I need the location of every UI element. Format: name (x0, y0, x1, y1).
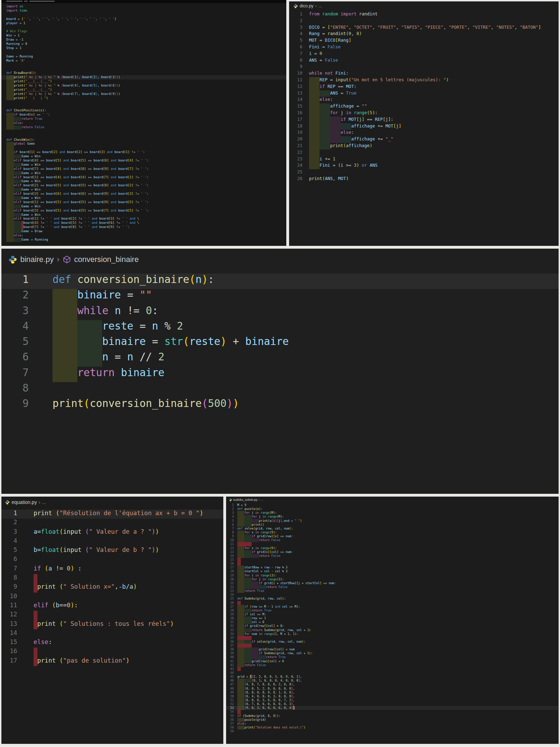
line-number[interactable]: 26 (289, 176, 302, 182)
line-number[interactable]: 41 (226, 659, 234, 663)
line-number[interactable]: 17 (226, 566, 234, 569)
code-line[interactable]: print("___|___|___") (1, 88, 286, 92)
code-line[interactable]: 37 (226, 644, 559, 648)
breadcrumb-file[interactable]: binaire.py (20, 255, 54, 264)
code-line[interactable]: 29 if col == M: (226, 613, 559, 616)
line-number[interactable]: 23 (289, 156, 302, 163)
code-line[interactable]: Game = Win (1, 163, 286, 167)
line-number[interactable]: 16 (1, 648, 17, 657)
code-line[interactable]: 36 if solve(grid, row, col, num): (226, 640, 559, 644)
code-line[interactable]: 2 binaire = "" (1, 289, 559, 304)
line-number[interactable]: 5 (289, 37, 302, 44)
code-line[interactable]: 12 for x in range(9): (226, 546, 559, 550)
code-line[interactable]: 5b=float(input (" Valeur de b ? ")) (1, 546, 223, 555)
code-line[interactable]: else: (1, 234, 286, 238)
line-number[interactable]: 8 (289, 57, 302, 64)
code-line[interactable]: return False (1, 125, 286, 130)
breadcrumb-file[interactable]: equation.py (12, 499, 37, 505)
line-number[interactable]: 19 (289, 130, 302, 136)
code-line[interactable] (1, 50, 286, 55)
line-number[interactable]: 22 (226, 585, 234, 589)
code-line[interactable]: 49 [0, 0, 0, 0, 9, 8, 1, 0, 0], (226, 691, 559, 694)
breadcrumb-file[interactable]: sudoku_solver.py (233, 498, 258, 502)
breadcrumb-ellipsis[interactable]: ... (318, 4, 322, 8)
code-line[interactable]: 52 [0, 7, 0, 0, 0, 0, 0, 0, 3], (226, 702, 559, 706)
code-line[interactable]: Game = Win (1, 213, 286, 217)
line-number[interactable]: 8 (226, 531, 234, 534)
line-number[interactable]: 2 (226, 507, 234, 511)
code-line[interactable]: 33 return Sudoku(grid, row, col + 1) (226, 628, 559, 632)
line-number[interactable]: 46 (226, 679, 234, 683)
code-line[interactable]: elif board[3] == board[5] and board[5] =… (1, 209, 286, 213)
code-line[interactable]: 13 ANS = True (289, 90, 559, 97)
line-number[interactable]: 1 (1, 510, 17, 519)
code-line[interactable]: def CheckPosition(x): (1, 109, 286, 113)
code-line[interactable]: 5 binaire = str(reste) + binaire (1, 336, 559, 351)
line-number[interactable]: 1 (289, 11, 302, 18)
line-number[interactable]: 9 (226, 534, 234, 538)
code-line[interactable]: 45grid = [[2, 5, 0, 0, 3, 0, 9, 0, 1], (226, 675, 559, 679)
code-line[interactable]: 32 if grid[row][col] > 0: (226, 624, 559, 628)
code-line[interactable]: 16 (226, 562, 559, 566)
code-line[interactable]: 10 (1, 593, 223, 602)
line-number[interactable]: 39 (226, 651, 234, 655)
line-number[interactable]: 24 (226, 593, 234, 597)
code-line[interactable]: 8 (1, 382, 559, 397)
line-number[interactable]: 34 (226, 632, 234, 636)
line-number[interactable]: 15 (226, 558, 234, 562)
code-line[interactable]: 54 (226, 710, 559, 714)
code-line[interactable]: elif board[2] == board[5] and board[5] =… (1, 184, 286, 188)
line-number[interactable]: 45 (226, 675, 234, 679)
code-line[interactable]: Stop = 1 (1, 46, 286, 50)
line-number[interactable]: 23 (226, 589, 234, 593)
code-line[interactable]: 57else: (226, 722, 559, 726)
code-line[interactable]: 5MOT = DICO[Rang] (289, 37, 559, 44)
line-number[interactable]: 48 (226, 687, 234, 691)
line-number[interactable]: 28 (226, 609, 234, 613)
code-line[interactable]: 59 (226, 729, 559, 733)
line-number[interactable]: 6 (226, 523, 234, 527)
line-number[interactable]: 59 (226, 729, 234, 733)
code-line[interactable]: 11 REP = input("Un mot en 5 lettres (maj… (289, 77, 559, 84)
code-line[interactable]: board = [' ', ' ', ' ', ' ', ' ', ' ', '… (1, 17, 286, 21)
line-number[interactable]: 26 (226, 601, 234, 605)
code-line[interactable]: 7def solve(grid, row, col, num): (226, 527, 559, 531)
code-line[interactable]: 9 print (" Solution x=",-b/a) (1, 583, 223, 592)
line-number[interactable]: 14 (1, 629, 17, 638)
code-line[interactable]: 26 (226, 601, 559, 605)
line-number[interactable]: 20 (289, 136, 302, 143)
line-number[interactable]: 6 (1, 351, 29, 366)
line-number[interactable]: 8 (1, 574, 17, 583)
code-line[interactable]: if board[x] == ' ': (1, 113, 286, 117)
code-line[interactable]: 14 else: (289, 97, 559, 103)
line-number[interactable]: 7 (289, 51, 302, 57)
code-line[interactable]: 39 if Sudoku(grid, row, col + 1): (226, 651, 559, 655)
line-number[interactable]: 9 (1, 397, 29, 413)
line-number[interactable]: 15 (289, 103, 302, 110)
line-number[interactable]: 13 (289, 90, 302, 97)
code-line[interactable] (1, 130, 286, 134)
code-line[interactable]: 41 grid[row][col] = 0 (226, 659, 559, 663)
code-line[interactable]: elif board[3] == board[6] and board[6] =… (1, 192, 286, 196)
line-number[interactable]: 21 (289, 143, 302, 150)
code-line[interactable]: 38 grid[row][col] = num (226, 648, 559, 651)
line-number[interactable]: 7 (1, 367, 29, 382)
code-line[interactable]: elif board[1] == board[5] and board[5] =… (1, 200, 286, 205)
code-line[interactable]: 1from random import randint (289, 11, 559, 18)
code-line[interactable]: 6 n = n // 2 (1, 351, 559, 366)
code-line[interactable]: Game = Win (1, 196, 286, 200)
code-line[interactable]: 44 (226, 671, 559, 675)
code-line[interactable]: 15else: (1, 638, 223, 648)
code-line[interactable]: 3 for i in range(M): (226, 511, 559, 515)
code-line[interactable]: 50 [0, 4, 0, 0, 0, 3, 0, 0, 0], (226, 694, 559, 698)
line-number[interactable]: 3 (289, 25, 302, 31)
code-line[interactable]: Running = 0 (1, 42, 286, 46)
code-line[interactable]: 30 row += 1 (226, 616, 559, 620)
breadcrumb-ellipsis[interactable]: ... (42, 499, 46, 505)
code-line[interactable]: 10 return False (226, 538, 559, 542)
line-number[interactable]: 37 (226, 644, 234, 648)
code-line[interactable]: elif board[1] != ' ' and board[2] != ' '… (1, 217, 286, 221)
code-line[interactable]: 53 [9, 0, 3, 0, 0, 0, 6, 0, 4]] (226, 706, 559, 710)
line-number[interactable]: 13 (1, 620, 17, 629)
code-line[interactable]: 15 affichage = "" (289, 103, 559, 110)
